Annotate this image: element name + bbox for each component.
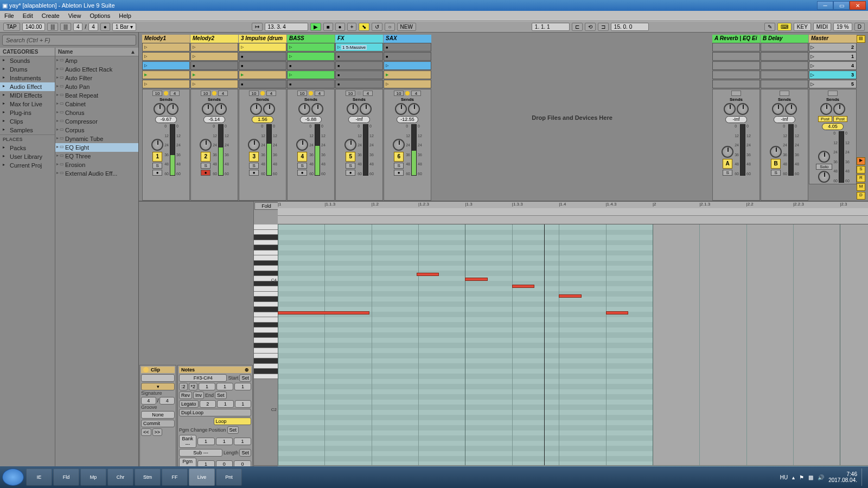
io-select[interactable] <box>780 91 789 96</box>
send-a-knob[interactable] <box>395 103 407 115</box>
volume-value[interactable]: -Inf <box>774 116 795 123</box>
commit-button[interactable]: Commit <box>141 420 175 427</box>
track-activator[interactable]: 5 <box>346 152 355 162</box>
track-header[interactable]: Master <box>809 35 857 43</box>
pan-knob[interactable] <box>296 139 308 151</box>
category-drums[interactable]: Drums <box>0 65 55 74</box>
category-max-for-live[interactable]: Max for Live <box>0 100 55 108</box>
loop-button[interactable]: Loop <box>214 418 252 425</box>
bank-select[interactable]: Bank --- <box>179 435 196 448</box>
io-in[interactable]: 10 <box>249 91 259 96</box>
io-in[interactable]: 10 <box>346 91 355 96</box>
post-b[interactable]: Post <box>833 116 847 122</box>
loop-switch[interactable]: ⟲ <box>585 23 596 31</box>
clip-slot-4[interactable]: ■ <box>239 80 286 88</box>
send-a-knob[interactable] <box>724 103 736 115</box>
send-b-knob[interactable] <box>360 103 372 115</box>
category-sounds[interactable]: Sounds <box>0 56 55 65</box>
device-amp[interactable]: Amp <box>55 56 138 65</box>
clip-slot-2[interactable]: ▷ <box>142 61 190 70</box>
track-activator[interactable]: 4 <box>297 152 307 162</box>
loop-length[interactable]: 15. 0. 0 <box>611 23 649 31</box>
pan-knob[interactable] <box>200 139 212 151</box>
start-bar[interactable]: 1 <box>199 383 215 390</box>
crossfade-toggle[interactable]: S <box>857 166 865 174</box>
disk-overload[interactable]: D <box>854 23 865 31</box>
send-b-knob[interactable] <box>737 103 749 115</box>
midi-note[interactable] <box>512 285 534 288</box>
session-rec-circle[interactable]: ○ <box>385 23 394 31</box>
send-a-knob[interactable] <box>347 103 359 115</box>
solo-button[interactable]: S <box>152 163 162 169</box>
nav-back[interactable]: << <box>141 428 151 436</box>
maximize-button[interactable]: ▭ <box>833 1 850 10</box>
clip-slot-2[interactable]: ■ <box>335 61 383 70</box>
track-header[interactable]: 3 Impulse (drum <box>239 35 286 43</box>
io-ch[interactable]: 4 <box>411 91 421 96</box>
end-set[interactable]: Set <box>215 391 227 399</box>
pos-set[interactable]: Set <box>227 426 239 434</box>
arm-button[interactable]: ● <box>152 170 162 176</box>
send-b-knob[interactable] <box>263 103 275 115</box>
clip-slot-1[interactable]: ■ <box>239 52 286 61</box>
menu-edit[interactable]: Edit <box>23 12 33 19</box>
sig-d[interactable]: 4 <box>159 397 175 404</box>
close-button[interactable]: ✕ <box>850 1 866 10</box>
midi-note[interactable] <box>465 278 487 281</box>
solo-button[interactable]: S <box>771 170 781 176</box>
reenable-auto[interactable]: ↺ <box>372 23 382 31</box>
clip-slot-4[interactable]: ▷ <box>190 80 238 88</box>
loop-start[interactable]: 1. 1. 1 <box>532 23 570 31</box>
rev-button[interactable]: Rev <box>179 391 192 399</box>
nudge-up[interactable]: ||| <box>60 23 71 31</box>
clip-slot-0[interactable]: ▷ <box>190 43 238 52</box>
midi-note[interactable] <box>278 311 369 314</box>
language-indicator[interactable]: HU <box>780 474 788 480</box>
track-activator[interactable]: 6 <box>394 152 404 162</box>
clip-slot-1[interactable]: ■ <box>335 52 383 61</box>
io-in[interactable]: 10 <box>201 91 210 96</box>
solo-button[interactable]: S <box>297 163 307 169</box>
minimize-button[interactable]: ─ <box>817 1 833 10</box>
clock-date[interactable]: 2017.08.04. <box>828 477 857 483</box>
piano-keys[interactable]: C4C3C2 <box>254 224 278 465</box>
io-select[interactable] <box>828 91 838 96</box>
taskbar-app-chr[interactable]: Chr <box>107 468 133 486</box>
device-audio-effect-rack[interactable]: Audio Effect Rack <box>55 65 138 74</box>
pos-beat[interactable]: 1 <box>216 438 233 445</box>
mixer-toggle[interactable]: R <box>857 175 865 182</box>
taskbar-app-stm[interactable]: Stm <box>135 468 161 486</box>
start-button[interactable] <box>2 468 24 486</box>
sig-n[interactable]: 4 <box>141 397 156 404</box>
solo-button[interactable]: S <box>723 170 732 176</box>
div2[interactable]: :2 <box>179 383 188 390</box>
send-b-knob[interactable] <box>785 103 797 115</box>
io-in[interactable]: 10 <box>394 91 404 96</box>
send-b-knob[interactable] <box>311 103 323 115</box>
inv-button[interactable]: Inv <box>193 391 204 399</box>
scene-slot-1[interactable]: ▷1 <box>809 52 857 61</box>
computer-midi[interactable]: ⌨ <box>777 23 792 31</box>
sig-numerator[interactable]: 4 <box>73 23 83 31</box>
clip-slot-3[interactable]: ▶ <box>142 70 190 79</box>
automation-arm[interactable]: ⬊ <box>359 23 369 31</box>
clip-slot-2[interactable]: ▷ <box>384 61 431 70</box>
arm-button[interactable]: ● <box>201 170 210 176</box>
clip-slot-1[interactable]: ▷ <box>142 52 190 61</box>
track-header[interactable]: FX <box>335 35 383 43</box>
show-desktop[interactable] <box>861 468 866 486</box>
clip-slot-4[interactable]: ▷ <box>384 80 431 88</box>
io-in[interactable]: 10 <box>297 91 307 96</box>
pan-knob[interactable] <box>393 139 405 151</box>
end-beat[interactable]: 1 <box>217 400 233 408</box>
search-input[interactable]: Search (Ctrl + F) <box>2 35 136 46</box>
device-eq-three[interactable]: EQ Three <box>55 152 138 160</box>
category-plug-ins[interactable]: Plug-ins <box>0 108 55 117</box>
loop-brace[interactable] <box>278 208 868 216</box>
category-samples[interactable]: Samples <box>0 126 55 134</box>
scene-slot-2[interactable]: ▷4 <box>809 61 857 70</box>
io-in[interactable]: 10 <box>152 91 162 96</box>
arm-button[interactable]: ● <box>297 170 307 176</box>
device-cabinet[interactable]: Cabinet <box>55 100 138 108</box>
ruler[interactable]: |1|1.1.3|1.2|1.2.3|1.3|1.3.3|1.4|1.4.3|2… <box>278 202 868 224</box>
